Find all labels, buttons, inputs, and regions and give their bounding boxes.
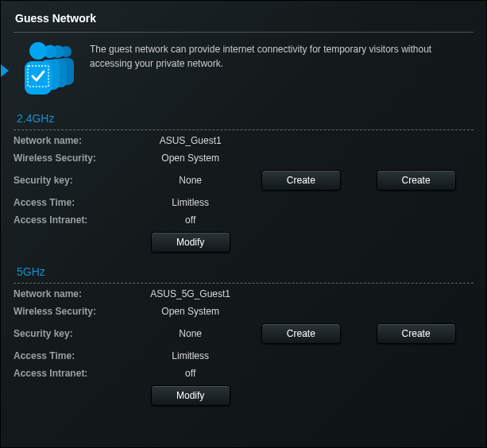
- label-access-intranet: Access Intranet:: [14, 211, 137, 229]
- modify-button-24[interactable]: Modify: [151, 232, 230, 253]
- band-5-table: Network name: ASUS_5G_Guest1 Wireless Se…: [14, 285, 473, 409]
- value-access-time: Limitless: [137, 347, 244, 365]
- divider: [14, 283, 473, 284]
- value-network-name: ASUS_5G_Guest1: [137, 285, 244, 303]
- value-wireless-security: Open System: [137, 303, 244, 320]
- divider: [14, 31, 473, 33]
- value-access-intranet: off: [137, 211, 244, 229]
- value-wireless-security: Open System: [137, 149, 244, 167]
- guest-users-icon: [18, 41, 79, 96]
- label-wireless-security: Wireless Security:: [14, 149, 137, 167]
- create-button-24-slot3[interactable]: Create: [377, 170, 456, 191]
- value-security-key: None: [137, 320, 244, 347]
- create-button-5-slot3[interactable]: Create: [377, 323, 456, 344]
- label-wireless-security: Wireless Security:: [14, 303, 137, 320]
- band-24-table: Network name: ASUS_Guest1 Wireless Secur…: [14, 132, 473, 256]
- divider: [14, 129, 473, 130]
- band-title-24: 2.4GHz: [14, 102, 473, 128]
- svg-point-6: [29, 42, 47, 60]
- label-security-key: Security key:: [14, 320, 137, 347]
- label-network-name: Network name:: [14, 285, 137, 303]
- intro-text: The guest network can provide internet c…: [90, 41, 469, 71]
- value-access-intranet: off: [137, 365, 244, 382]
- create-button-5-slot2[interactable]: Create: [261, 323, 341, 344]
- chevron-right-icon: [1, 64, 9, 77]
- value-security-key: None: [137, 167, 244, 194]
- band-title-5: 5GHz: [14, 256, 473, 281]
- value-access-time: Limitless: [137, 194, 244, 211]
- label-access-time: Access Time:: [14, 347, 137, 365]
- value-network-name: ASUS_Guest1: [137, 132, 244, 149]
- label-security-key: Security key:: [14, 167, 137, 194]
- create-button-24-slot2[interactable]: Create: [261, 170, 341, 191]
- page-title: Guess Network: [14, 1, 473, 31]
- label-network-name: Network name:: [14, 132, 137, 149]
- label-access-time: Access Time:: [14, 194, 137, 211]
- modify-button-5[interactable]: Modify: [151, 385, 230, 406]
- label-access-intranet: Access Intranet:: [14, 365, 137, 382]
